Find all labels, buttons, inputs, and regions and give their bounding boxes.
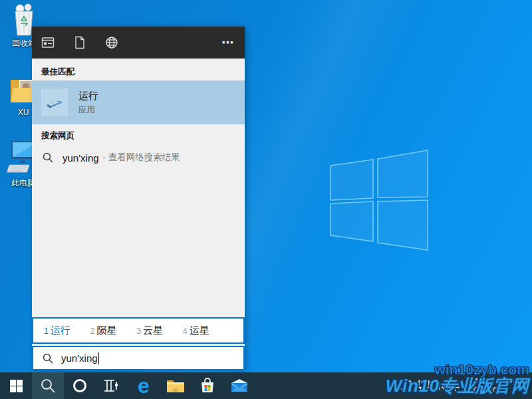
chevron-up-icon <box>387 383 395 388</box>
web-search-query: yun'xing <box>63 152 99 164</box>
action-center-button[interactable] <box>505 380 532 392</box>
search-icon <box>43 353 53 364</box>
file-explorer-button[interactable] <box>160 372 192 399</box>
taskbar: e <box>0 372 532 399</box>
speaker-icon <box>435 381 446 391</box>
start-button[interactable] <box>0 372 32 399</box>
system-tray: 中 18:08 2021/2/2 <box>384 372 532 399</box>
ime-update-badge <box>448 378 452 382</box>
search-input-value: yun'xing <box>61 352 98 364</box>
start-icon <box>10 380 23 392</box>
run-app-icon <box>46 96 63 109</box>
web-search-result[interactable]: yun'xing - 查看网络搜索结果 <box>32 144 245 172</box>
edge-button[interactable]: e <box>128 372 160 399</box>
store-button[interactable] <box>192 372 223 399</box>
filter-apps-icon[interactable] <box>41 36 55 49</box>
best-match-result-run[interactable]: 运行 应用 <box>32 80 245 124</box>
search-icon <box>43 152 53 163</box>
web-search-header: 搜索网页 <box>41 130 74 142</box>
store-icon <box>200 378 215 394</box>
filter-web-icon[interactable] <box>105 36 118 49</box>
tray-network[interactable] <box>415 380 432 392</box>
tray-sync-alert[interactable] <box>398 380 415 392</box>
search-filter-bar: ⋯ <box>32 27 245 59</box>
taskbar-search-button[interactable] <box>32 372 64 399</box>
ime-candidate-bar: 1 运行 2 陨星 3 云星 4 运星 <box>32 317 245 344</box>
ime-candidate-3[interactable]: 3 云星 <box>136 325 163 337</box>
task-view-button[interactable] <box>96 372 128 399</box>
more-options-icon[interactable]: ⋯ <box>221 39 234 46</box>
search-input[interactable]: yun'xing <box>32 346 245 370</box>
best-match-header: 最佳匹配 <box>41 66 74 78</box>
ime-candidate-2[interactable]: 2 陨星 <box>90 325 117 337</box>
sync-alert-icon <box>400 380 413 392</box>
clock-date: 2021/2/2 <box>463 386 505 394</box>
tray-show-hidden-icons[interactable] <box>384 383 398 388</box>
windows-logo-wallpaper <box>319 136 439 259</box>
best-match-subtitle: 应用 <box>78 104 98 116</box>
cortana-button[interactable] <box>64 372 96 399</box>
ime-candidate-4[interactable]: 4 运星 <box>183 325 209 337</box>
filter-documents-icon[interactable] <box>73 36 86 49</box>
ime-mode-label: 中 <box>451 382 460 394</box>
tray-ime-mode[interactable]: 中 <box>448 378 463 394</box>
web-search-annotation: - 查看网络搜索结果 <box>103 152 180 164</box>
clock-time: 18:08 <box>463 377 505 386</box>
best-match-title: 运行 <box>78 89 98 102</box>
run-app-tile <box>40 88 69 117</box>
mail-icon <box>231 379 248 392</box>
text-caret <box>98 352 100 364</box>
action-center-icon <box>513 380 525 392</box>
search-icon <box>41 378 55 393</box>
file-explorer-icon <box>166 378 185 393</box>
ime-candidate-1[interactable]: 1 运行 <box>44 325 70 337</box>
edge-icon: e <box>138 376 150 396</box>
cortana-icon <box>72 378 87 393</box>
task-view-icon <box>104 378 120 393</box>
tray-clock[interactable]: 18:08 2021/2/2 <box>463 377 505 394</box>
ethernet-icon <box>417 380 430 392</box>
tray-volume[interactable] <box>432 381 448 391</box>
search-flyout: ⋯ 最佳匹配 运行 应用 搜索网页 yun'xing - 查看网络搜索结果 1 … <box>32 27 245 370</box>
mail-button[interactable] <box>223 372 255 399</box>
